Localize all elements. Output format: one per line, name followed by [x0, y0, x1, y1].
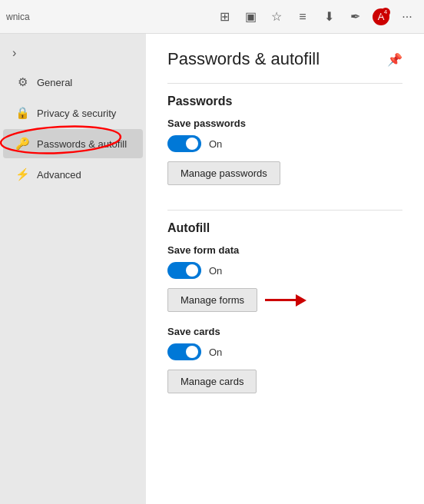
manage-passwords-button[interactable]: Manage passwords	[167, 161, 280, 185]
passwords-section: Passwords Save passwords On Manage passw…	[167, 94, 402, 199]
manage-forms-button[interactable]: Manage forms	[167, 288, 257, 312]
save-form-toggle[interactable]	[167, 262, 201, 279]
pin-icon[interactable]: 📌	[387, 52, 402, 67]
autofill-section-title: Autofill	[167, 221, 402, 235]
save-cards-toggle-state: On	[209, 346, 222, 358]
save-form-toggle-row: On	[167, 262, 402, 279]
sidebar-item-general-label: General	[37, 77, 72, 88]
sidebar-back-arrow[interactable]: ›	[0, 40, 146, 66]
sidebar-item-passwords[interactable]: 🔑 Passwords & autofill	[3, 129, 143, 158]
manage-cards-button[interactable]: Manage cards	[167, 370, 257, 393]
star-icon[interactable]: ☆	[266, 6, 287, 28]
arrow-head	[296, 294, 306, 307]
sidebar: › ⚙ General 🔒 Privacy & security 🔑 Passw…	[0, 34, 146, 504]
main-area: › ⚙ General 🔒 Privacy & security 🔑 Passw…	[0, 34, 424, 504]
save-cards-label: Save cards	[167, 326, 402, 337]
grid-icon[interactable]: ⊞	[214, 6, 235, 28]
save-cards-toggle-row: On	[167, 343, 402, 360]
save-form-toggle-state: On	[209, 265, 222, 277]
cards-section: Save cards On Manage cards	[167, 326, 402, 407]
save-passwords-toggle-row: On	[167, 135, 402, 152]
divider-2	[167, 210, 402, 211]
download-icon[interactable]: ⬇	[318, 6, 340, 28]
sidebar-item-advanced[interactable]: ⚡ Advanced	[3, 160, 143, 189]
save-form-label: Save form data	[167, 244, 402, 256]
save-passwords-toggle-state: On	[209, 138, 222, 150]
divider-1	[167, 83, 402, 84]
sidebar-item-privacy[interactable]: 🔒 Privacy & security	[3, 98, 143, 128]
passwords-section-title: Passwords	[167, 94, 402, 108]
lock-icon: 🔒	[15, 106, 29, 120]
sidebar-item-passwords-label: Passwords & autofill	[37, 138, 127, 150]
save-cards-toggle[interactable]	[167, 343, 201, 360]
more-icon[interactable]: ···	[396, 6, 418, 28]
page-title: Passwords & autofill	[167, 49, 320, 69]
save-passwords-toggle[interactable]	[167, 135, 201, 152]
reader-icon[interactable]: ≡	[292, 6, 313, 28]
save-passwords-label: Save passwords	[167, 118, 402, 129]
gear-icon: ⚙	[15, 75, 29, 89]
content-area: Passwords & autofill 📌 Passwords Save pa…	[146, 34, 424, 504]
layout-icon[interactable]: ▣	[240, 6, 261, 28]
sign-icon[interactable]: ✒	[344, 6, 366, 28]
badge-count: 4	[381, 8, 390, 17]
content-header: Passwords & autofill 📌	[167, 49, 402, 69]
arrow-line	[265, 299, 296, 301]
sidebar-item-privacy-label: Privacy & security	[37, 108, 116, 119]
advanced-icon: ⚡	[15, 167, 29, 181]
arrow-annotation	[265, 294, 306, 307]
breadcrumb-text: wnica	[6, 12, 30, 22]
autofill-section: Autofill Save form data On Manage forms	[167, 221, 402, 312]
sidebar-item-advanced-label: Advanced	[37, 169, 81, 181]
key-icon: 🔑	[15, 137, 29, 151]
profile-icon[interactable]: A 4	[370, 6, 392, 28]
browser-toolbar: wnica ⊞ ▣ ☆ ≡ ⬇ ✒ A 4 ···	[0, 0, 424, 34]
sidebar-item-general[interactable]: ⚙ General	[3, 68, 143, 97]
